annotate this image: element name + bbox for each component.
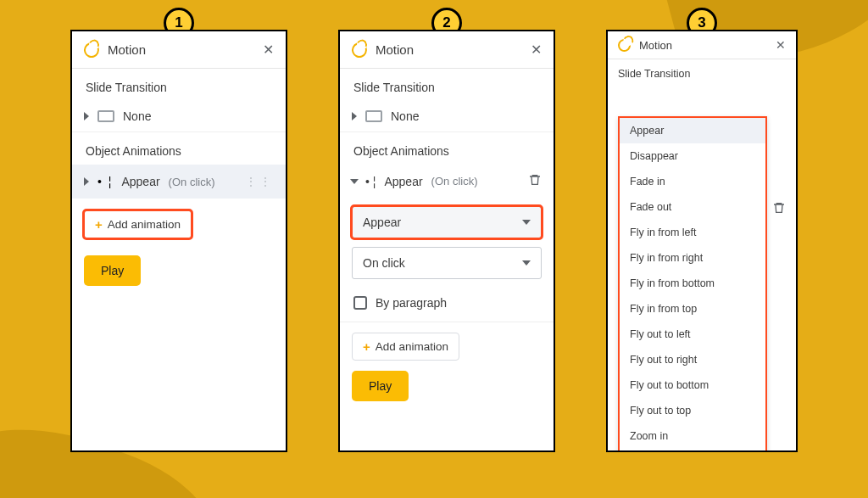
section-object-animations: Object Animations [340, 132, 554, 165]
by-paragraph-label: By paragraph [376, 296, 447, 310]
panel-header: Motion ✕ [72, 31, 286, 69]
section-slide-transition: Slide Transition [608, 59, 796, 85]
animation-type-select[interactable]: Appear [352, 206, 542, 238]
trash-icon[interactable] [528, 173, 542, 189]
dropdown-option[interactable]: Fade in [620, 169, 765, 194]
animation-name: Appear [384, 175, 422, 188]
bullet-icon: • ¦ [97, 175, 113, 188]
chevron-right-icon [84, 112, 89, 120]
motion-icon [81, 40, 101, 59]
chevron-right-icon [352, 112, 357, 120]
step-3: 3 Motion ✕ Slide Transition ` AppearDisa… [606, 30, 798, 498]
by-paragraph-row[interactable]: By paragraph [340, 288, 554, 318]
dropdown-option[interactable]: Zoom out [620, 449, 765, 452]
bullet-icon: • ¦ [365, 175, 376, 188]
drag-handle-icon[interactable]: ⋮⋮ [245, 175, 274, 188]
dropdown-option[interactable]: Fly out to top [620, 398, 765, 423]
animation-dropdown[interactable]: AppearDisappearFade inFade outFly in fro… [618, 116, 767, 452]
add-animation-label: Add animation [108, 218, 181, 231]
transition-row[interactable]: None [340, 101, 554, 132]
animation-trigger: (On click) [169, 176, 215, 188]
dropdown-option[interactable]: Fly in from right [620, 245, 765, 271]
transition-value: None [123, 109, 151, 123]
plus-icon: + [363, 339, 370, 354]
play-button[interactable]: Play [84, 255, 141, 286]
slide-icon [365, 110, 382, 122]
panel-header: Motion ✕ [340, 31, 554, 69]
dropdown-option[interactable]: Fade out [620, 194, 765, 220]
panel-title: Motion [108, 42, 146, 57]
panel-title: Motion [376, 42, 414, 57]
plus-icon: + [95, 217, 103, 232]
add-animation-button[interactable]: + Add animation [84, 210, 192, 238]
slide-icon [97, 110, 114, 122]
animation-row-expanded[interactable]: • ¦ Appear (On click) [340, 165, 554, 198]
add-animation-button[interactable]: + Add animation [352, 333, 459, 361]
motion-panel-2: Motion ✕ Slide Transition None Object An… [338, 30, 555, 452]
section-slide-transition: Slide Transition [72, 69, 286, 101]
chevron-down-icon [350, 179, 359, 184]
dropdown-option[interactable]: Fly out to right [620, 347, 765, 372]
panel-title: Motion [639, 39, 672, 52]
dropdown-option[interactable]: Fly in from left [620, 220, 765, 245]
panel-header: Motion ✕ [608, 31, 796, 59]
close-icon[interactable]: ✕ [263, 42, 274, 58]
animation-trigger: (On click) [431, 175, 478, 187]
section-object-animations: Object Animations [72, 132, 286, 165]
section-slide-transition: Slide Transition [340, 69, 554, 101]
animation-type-value: Appear [363, 215, 401, 229]
animation-trigger-select[interactable]: On click [352, 247, 542, 279]
dropdown-option[interactable]: Fly out to left [620, 322, 765, 347]
transition-row[interactable]: None [72, 101, 286, 132]
step-1: 1 Motion ✕ Slide Transition None Object … [70, 30, 287, 498]
chevron-right-icon [84, 177, 89, 186]
trash-icon[interactable] [772, 201, 786, 218]
dropdown-option[interactable]: Fly in from top [620, 296, 765, 322]
motion-icon [616, 36, 632, 53]
close-icon[interactable]: ✕ [531, 42, 542, 58]
add-animation-label: Add animation [376, 340, 448, 353]
motion-panel-1: Motion ✕ Slide Transition None Object An… [70, 30, 287, 452]
dropdown-option[interactable]: Appear [620, 118, 765, 143]
checkbox-icon[interactable] [353, 296, 367, 310]
close-icon[interactable]: ✕ [776, 38, 786, 52]
dropdown-option[interactable]: Fly in from bottom [620, 271, 765, 296]
dropdown-option[interactable]: Disappear [620, 143, 765, 169]
animation-row[interactable]: • ¦ Appear (On click) ⋮⋮ [72, 165, 286, 199]
motion-panel-3: Motion ✕ Slide Transition ` AppearDisapp… [606, 30, 798, 452]
animation-name: Appear [121, 175, 159, 188]
transition-value: None [391, 109, 419, 123]
caret-down-icon [522, 220, 531, 225]
motion-icon [349, 40, 369, 59]
play-button[interactable]: Play [352, 371, 409, 401]
step-2: 2 Motion ✕ Slide Transition None Object … [338, 30, 555, 498]
caret-down-icon [522, 260, 531, 266]
animation-trigger-value: On click [363, 256, 405, 270]
dropdown-option[interactable]: Fly out to bottom [620, 372, 765, 398]
dropdown-option[interactable]: Zoom in [620, 423, 765, 449]
